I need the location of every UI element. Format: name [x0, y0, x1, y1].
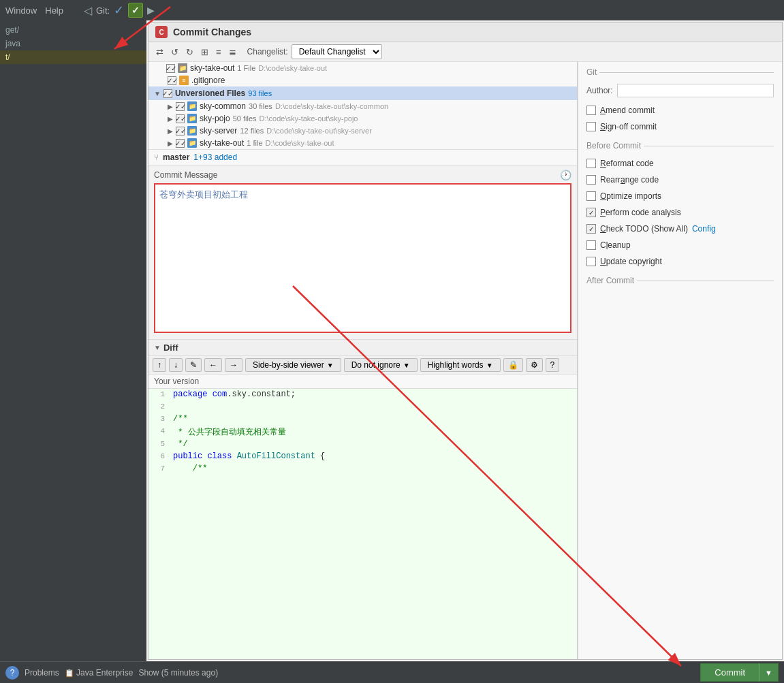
author-input[interactable] [617, 84, 774, 97]
author-label: Author: [586, 86, 613, 95]
list-item[interactable]: ▶ ✓ 📁 sky-common 30 files D:\code\sky-ta… [148, 100, 577, 112]
dialog-toolbar: ⇄ ↺ ↻ ⊞ ≡ ≣ Changelist: Default Changeli… [148, 42, 782, 62]
reformat-checkbox[interactable] [586, 159, 596, 168]
reformat-option-row[interactable]: Reformat code [586, 159, 774, 168]
commit-btn-group: Commit ▼ [700, 663, 779, 682]
optimize-label: Optimize imports [600, 191, 661, 201]
toolbar-prev-icon[interactable]: ◁ [84, 4, 92, 17]
analyze-option-row[interactable]: ✓ Perform code analysis [586, 208, 774, 217]
git-green-check-btn[interactable]: ✓ [128, 3, 143, 18]
diff-left-btn[interactable]: ← [204, 358, 222, 372]
git-section-header: Git [586, 67, 774, 77]
list-item[interactable]: ▶ ✓ 📁 sky-server 12 files D:\code\sky-ta… [148, 125, 577, 137]
expand-all-btn[interactable]: ⇄ [154, 46, 166, 59]
signoff-label: Sign-off commit [600, 122, 657, 131]
dialog-icon: C [155, 26, 168, 38]
highlight-dropdown-icon: ▼ [486, 362, 493, 369]
todo-checkbox[interactable]: ✓ [586, 224, 596, 234]
diff-collapse-icon: ▼ [154, 344, 161, 351]
amend-option-row[interactable]: Amend commit [586, 106, 774, 115]
lock-btn[interactable]: 🔒 [503, 358, 523, 372]
clock-icon[interactable]: 🕐 [560, 170, 571, 180]
commit-message-input[interactable]: 苍穹外卖项目初始工程 [154, 183, 571, 333]
java-enterprise-icon: 📋 [65, 669, 74, 677]
reformat-label: Reformat code [600, 159, 654, 168]
signoff-option-row[interactable]: Sign-off commit [586, 122, 774, 131]
rearrange-checkbox[interactable] [586, 175, 596, 185]
diff-toolbar: ↑ ↓ ✎ ← → Side-by-side viewer ▼ [148, 356, 577, 375]
checkmark-icon: ✓ [131, 5, 140, 16]
diff-header[interactable]: ▼ Diff [148, 340, 577, 356]
your-version-label: Your version [148, 375, 577, 389]
list-item[interactable]: ▶ ✓ 📁 sky-take-out 1 file D:\code\sky-ta… [148, 137, 577, 149]
code-line: 6 public class AutoFillConstant { [148, 451, 577, 463]
highlight-select-btn[interactable]: Highlight words ▼ [420, 358, 501, 372]
before-commit-header: Before Commit [586, 141, 774, 150]
rearrange-label: Rearrange code [600, 175, 659, 185]
left-panel-path3: t/ [0, 50, 146, 64]
more-icon[interactable]: ▶ [147, 5, 155, 16]
copyright-checkbox[interactable] [586, 257, 596, 266]
bottom-left-items: Problems 📋 Java Enterprise Show (5 minut… [25, 668, 218, 678]
author-row: Author: [586, 84, 774, 97]
viewer-dropdown-icon: ▼ [327, 362, 334, 369]
config-link[interactable]: Config [692, 224, 716, 234]
settings-btn[interactable]: ⚙ [526, 358, 543, 372]
code-line: 2 [148, 401, 577, 413]
copyright-label: Update copyright [600, 257, 662, 266]
commit-dropdown-btn[interactable]: ▼ [759, 663, 779, 682]
viewer-select-btn[interactable]: Side-by-side viewer ▼ [245, 358, 341, 372]
signoff-checkbox[interactable] [586, 122, 596, 131]
optimize-option-row[interactable]: Optimize imports [586, 191, 774, 201]
git-blue-check[interactable]: ✓ [114, 3, 124, 18]
diff-up-btn[interactable]: ↑ [153, 358, 166, 372]
diff-down-btn[interactable]: ↓ [169, 358, 183, 372]
changelist-label: Changelist: [247, 47, 288, 57]
cleanup-label: Cleanup [600, 240, 631, 250]
branch-name: master [163, 153, 189, 162]
list-item[interactable]: ▶ ✓ 📁 sky-pojo 50 files D:\code\sky-take… [148, 112, 577, 125]
redo-btn[interactable]: ↻ [184, 46, 195, 59]
list-item[interactable]: ✓ ≡ .gitignore [148, 74, 577, 86]
analyze-checkbox[interactable]: ✓ [586, 208, 596, 217]
undo-btn[interactable]: ↺ [169, 46, 181, 59]
unversioned-files-section[interactable]: ▼ ✓ Unversioned Files 93 files [148, 86, 577, 100]
left-panel-path2: java [0, 37, 146, 50]
code-line: 7 /** [148, 463, 577, 475]
ignore-label: Do not ignore [351, 360, 401, 370]
diff-code-area[interactable]: 1 package com.sky.constant; 2 3 /** [148, 389, 577, 659]
todo-option-row[interactable]: ✓ Check TODO (Show All) Config [586, 224, 774, 234]
after-commit-header: After Commit [586, 276, 774, 285]
commit-main-btn[interactable]: Commit [700, 663, 759, 682]
optimize-checkbox[interactable] [586, 191, 596, 201]
ignore-dropdown-icon: ▼ [403, 362, 410, 369]
copyright-option-row[interactable]: Update copyright [586, 257, 774, 266]
list-item[interactable]: ✓ 📁 sky-take-out 1 File D:\code\sky-take… [148, 62, 577, 74]
diff-edit-btn[interactable]: ✎ [185, 358, 202, 372]
expand-btn[interactable]: ≡ [214, 46, 223, 59]
grid-btn[interactable]: ⊞ [199, 46, 210, 59]
rearrange-option-row[interactable]: Rearrange code [586, 175, 774, 185]
collapse-btn[interactable]: ≣ [227, 46, 238, 59]
diff-right-btn[interactable]: → [225, 358, 242, 372]
code-line: 3 /** [148, 413, 577, 426]
git-label: Git: [96, 5, 110, 16]
amend-checkbox[interactable] [586, 106, 596, 115]
cleanup-checkbox[interactable] [586, 240, 596, 250]
commit-message-area: Commit Message 🕐 苍穹外卖项目初始工程 [148, 165, 577, 339]
code-line: 5 */ [148, 439, 577, 451]
cleanup-option-row[interactable]: Cleanup [586, 240, 774, 250]
amend-label: Amend commit [600, 106, 655, 115]
added-text: 1+93 added [193, 153, 237, 162]
java-enterprise-label[interactable]: 📋 Java Enterprise [65, 668, 134, 678]
problems-label[interactable]: Problems [25, 668, 59, 678]
analyze-label: Perform code analysis [600, 208, 681, 217]
changelist-select[interactable]: Default Changelist [292, 44, 382, 59]
help-diff-btn[interactable]: ? [546, 358, 560, 372]
window-menu[interactable]: Window [5, 5, 37, 16]
left-panel-path1: get/ [0, 23, 146, 37]
ignore-select-btn[interactable]: Do not ignore ▼ [344, 358, 418, 372]
bottom-help-btn[interactable]: ? [5, 666, 19, 680]
help-menu[interactable]: Help [45, 5, 63, 16]
commit-message-label: Commit Message [154, 170, 217, 180]
